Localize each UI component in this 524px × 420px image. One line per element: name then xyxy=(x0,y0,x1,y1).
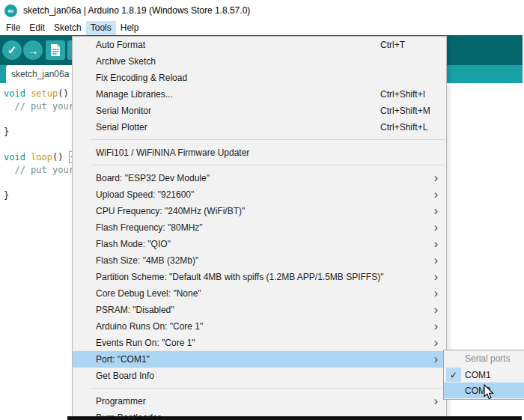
menu-item-psram-disabled[interactable]: PSRAM: "Disabled"› xyxy=(73,302,446,318)
menubar-item-tools[interactable]: Tools xyxy=(86,21,116,35)
check-icon: ✓ xyxy=(446,368,461,382)
arduino-app-icon: ∞ xyxy=(4,4,17,17)
menu-item-shortcut: Ctrl+Shift+L xyxy=(380,122,427,133)
menu-item-label: WiFi101 / WiFiNINA Firmware Updater xyxy=(96,147,249,158)
menu-item-archive-sketch[interactable]: Archive Sketch xyxy=(73,53,446,70)
code-token: setup xyxy=(31,88,58,99)
submenu-arrow-icon: › xyxy=(434,335,438,350)
menu-item-label: Upload Speed: "921600" xyxy=(96,189,194,200)
submenu-header: Serial ports xyxy=(444,350,524,367)
menu-item-get-board-info[interactable]: Get Board Info xyxy=(73,368,446,384)
new-sketch-button[interactable] xyxy=(46,40,65,60)
submenu-item-com1[interactable]: ✓COM1 xyxy=(444,367,524,383)
code-token: } xyxy=(4,190,9,201)
menu-item-label: PSRAM: "Disabled" xyxy=(96,305,174,315)
code-line: } xyxy=(4,189,77,202)
menu-item-upload-speed-921600[interactable]: Upload Speed: "921600"› xyxy=(73,186,446,203)
menu-item-label: Flash Mode: "QIO" xyxy=(96,239,171,249)
menu-item-label: Programmer xyxy=(96,396,146,407)
menubar-item-file[interactable]: File xyxy=(1,21,25,35)
menu-item-label: Board: "ESP32 Dev Module" xyxy=(96,173,210,183)
menubar-item-edit[interactable]: Edit xyxy=(25,21,49,35)
mouse-cursor xyxy=(484,384,494,400)
menu-item-label: Serial Monitor xyxy=(96,106,151,116)
menu-item-shortcut: Ctrl+Shift+M xyxy=(380,106,430,116)
submenu-arrow-icon: › xyxy=(434,187,438,202)
menu-item-label: Archive Sketch xyxy=(96,56,156,67)
title-bar: ∞ sketch_jan06a | Arduino 1.8.19 (Window… xyxy=(0,0,524,21)
submenu-arrow-icon: › xyxy=(434,394,438,409)
code-line: // put your xyxy=(4,100,77,113)
submenu-arrow-icon: › xyxy=(434,220,438,235)
menu-item-partition-scheme-default-4mb-with-spiffs-1[interactable]: Partition Scheme: "Default 4MB with spif… xyxy=(73,269,446,285)
code-line: void setup() xyxy=(4,88,77,100)
menu-item-wifi101-wifinina-firmware-updater[interactable]: WiFi101 / WiFiNINA Firmware Updater xyxy=(73,144,446,161)
submenu-arrow-icon: › xyxy=(434,286,438,301)
code-line: // put your xyxy=(4,164,77,177)
code-area: void setup() // put your } void loop() {… xyxy=(4,88,77,202)
submenu-item-label: COM1 xyxy=(465,370,491,380)
menu-item-label: Arduino Runs On: "Core 1" xyxy=(96,321,203,332)
menu-item-flash-mode-qio[interactable]: Flash Mode: "QIO"› xyxy=(73,236,446,252)
menu-item-label: Fix Encoding & Reload xyxy=(96,73,187,83)
arduino-ide-window: ∞ sketch_jan06a | Arduino 1.8.19 (Window… xyxy=(0,0,524,420)
code-token: // put your xyxy=(4,165,74,175)
menu-item-label: Core Debug Level: "None" xyxy=(96,288,201,299)
menu-item-label: Auto Format xyxy=(96,40,145,50)
upload-button[interactable]: → xyxy=(23,40,43,60)
code-line: void loop() { xyxy=(4,151,77,164)
tools-menu: Auto FormatCtrl+TArchive SketchFix Encod… xyxy=(72,36,447,420)
menu-item-cpu-frequency-240mhz-wifi-bt[interactable]: CPU Frequency: "240MHz (WiFi/BT)"› xyxy=(73,203,446,219)
menu-item-flash-frequency-80mhz[interactable]: Flash Frequency: "80MHz"› xyxy=(73,219,446,236)
submenu-arrow-icon: › xyxy=(434,270,438,284)
menu-separator xyxy=(91,165,445,165)
code-line: } xyxy=(4,126,77,139)
menubar-item-help[interactable]: Help xyxy=(116,21,144,35)
window-title: sketch_jan06a | Arduino 1.8.19 (Windows … xyxy=(23,5,250,16)
menu-item-label: Flash Size: "4MB (32Mb)" xyxy=(96,255,198,266)
menu-item-serial-monitor[interactable]: Serial MonitorCtrl+Shift+M xyxy=(73,103,446,119)
menu-separator xyxy=(91,388,445,389)
code-token: () xyxy=(58,88,68,99)
submenu-arrow-icon: › xyxy=(434,319,438,334)
menu-item-board-esp32-dev-module[interactable]: Board: "ESP32 Dev Module"› xyxy=(73,170,446,186)
verify-button[interactable]: ✓ xyxy=(2,40,22,60)
menu-separator xyxy=(91,139,445,140)
menu-item-port-com1[interactable]: Port: "COM1"› xyxy=(73,351,446,368)
menu-item-serial-plotter[interactable]: Serial PlotterCtrl+Shift+L xyxy=(73,119,446,136)
menu-item-core-debug-level-none[interactable]: Core Debug Level: "None"› xyxy=(73,285,446,302)
code-token: () xyxy=(52,152,63,162)
menu-item-programmer[interactable]: Programmer› xyxy=(73,393,446,410)
menu-item-label: Manage Libraries... xyxy=(96,89,173,100)
menu-item-label: Get Board Info xyxy=(96,371,154,381)
console-area-edge xyxy=(67,416,522,420)
code-token: loop xyxy=(31,152,52,162)
code-token: void xyxy=(4,152,25,162)
verify-icon: ✓ xyxy=(7,43,17,57)
menu-item-auto-format[interactable]: Auto FormatCtrl+T xyxy=(73,37,446,53)
submenu-arrow-icon: › xyxy=(434,171,438,186)
menu-item-events-run-on-core-1[interactable]: Events Run On: "Core 1"› xyxy=(73,335,446,351)
menu-item-label: Serial Plotter xyxy=(96,122,147,133)
tab-label: sketch_jan06a xyxy=(11,69,69,79)
code-token: void xyxy=(4,88,25,99)
tab-sketch[interactable]: sketch_jan06a xyxy=(6,65,75,83)
menu-bar: FileEditSketchToolsHelp xyxy=(0,21,524,35)
menubar-item-sketch[interactable]: Sketch xyxy=(49,21,86,35)
code-line xyxy=(4,113,77,126)
menu-item-flash-size-4mb-32mb[interactable]: Flash Size: "4MB (32Mb)"› xyxy=(73,252,446,269)
menu-item-arduino-runs-on-core-1[interactable]: Arduino Runs On: "Core 1"› xyxy=(73,318,446,335)
menu-item-fix-encoding-reload[interactable]: Fix Encoding & Reload xyxy=(73,70,446,86)
menu-item-manage-libraries[interactable]: Manage Libraries...Ctrl+Shift+I xyxy=(73,86,446,103)
submenu-arrow-icon: › xyxy=(434,253,438,268)
code-line xyxy=(4,139,77,151)
code-token: } xyxy=(4,127,9,137)
menu-item-label: Events Run On: "Core 1" xyxy=(96,338,195,348)
submenu-arrow-icon: › xyxy=(434,204,438,219)
menu-item-label: CPU Frequency: "240MHz (WiFi/BT)" xyxy=(96,206,245,216)
menu-item-label: Flash Frequency: "80MHz" xyxy=(96,222,203,233)
menu-item-label: Port: "COM1" xyxy=(96,354,150,365)
new-sketch-icon xyxy=(49,43,61,57)
submenu-arrow-icon: › xyxy=(434,302,438,317)
upload-icon: → xyxy=(28,44,39,57)
